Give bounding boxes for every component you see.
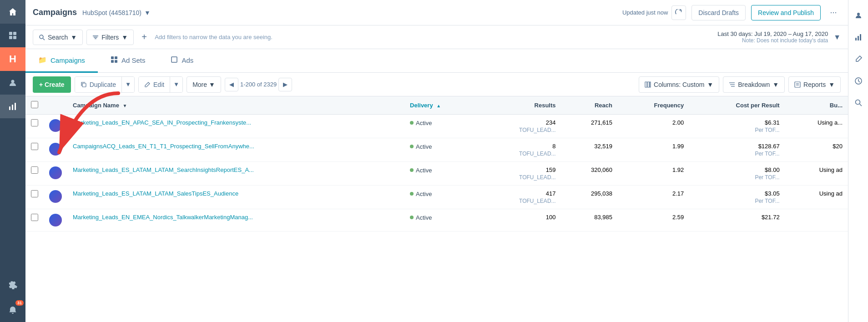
row-checkbox[interactable] — [31, 119, 38, 126]
date-range-selector[interactable]: Last 30 days: Jul 19, 2020 – Aug 17, 202… — [717, 30, 828, 44]
reach-cell: 320,060 — [561, 162, 618, 186]
campaign-name-link[interactable]: Marketing_Leads_ES_LATAM_LATAM_SalesTips… — [73, 190, 273, 197]
columns-button[interactable]: Columns: Custom ▼ — [639, 76, 719, 93]
campaign-icon-cell — [44, 209, 67, 231]
frequency-cell: 2.00 — [618, 115, 689, 138]
campaign-name-link[interactable]: CampaignsACQ_Leads_EN_T1_T1_Prospecting_… — [73, 143, 273, 150]
frequency-cell: 1.99 — [618, 138, 689, 162]
frequency-cell: 2.17 — [618, 186, 689, 209]
breakdown-button[interactable]: Breakdown ▼ — [723, 76, 785, 93]
account-selector[interactable]: HubSpot (44581710) ▼ — [82, 9, 151, 16]
sidebar-user-icon[interactable] — [848, 5, 868, 25]
delivery-sort-icon: ▲ — [436, 103, 441, 108]
edit-main-button[interactable]: Edit — [139, 76, 170, 93]
left-navigation: H 31 — [0, 0, 25, 322]
tab-ads[interactable]: Ads — [158, 49, 206, 73]
campaigns-table: Campaign Name ▼ Delivery ▲ Results Reach — [25, 96, 848, 231]
review-publish-button[interactable]: Review and Publish — [751, 5, 821, 20]
tab-campaigns[interactable]: 📁 Campaigns — [25, 49, 98, 73]
duplicate-main-button[interactable]: Duplicate — [75, 76, 121, 93]
row-checkbox[interactable] — [31, 214, 38, 221]
budget-cell: Using a... — [785, 115, 848, 138]
refresh-button[interactable] — [671, 5, 686, 20]
results-value: 8 — [483, 143, 555, 150]
nav-icon-apps[interactable] — [0, 24, 25, 47]
cost-sub: Per TOF... — [695, 127, 779, 133]
campaign-icon-cell — [44, 138, 67, 162]
add-filter-button[interactable]: + — [137, 30, 151, 44]
row-checkbox-cell[interactable] — [25, 138, 44, 162]
campaign-icon — [49, 190, 62, 203]
delivery-cell: Active — [404, 162, 478, 186]
cost-per-result-cell: $6.31 Per TOF... — [689, 115, 785, 138]
row-checkbox-cell[interactable] — [25, 209, 44, 231]
row-checkbox[interactable] — [31, 143, 38, 150]
cost-value: $8.00 — [695, 166, 779, 173]
svg-rect-31 — [860, 34, 861, 40]
svg-rect-13 — [111, 56, 114, 59]
discard-drafts-button[interactable]: Discard Drafts — [691, 5, 746, 20]
columns-label: Columns: Custom — [654, 81, 704, 88]
svg-rect-6 — [12, 105, 13, 110]
campaign-name-link[interactable]: Marketing_Leads_ES_LATAM_LATAM_SearchIns… — [73, 166, 273, 173]
campaign-icon — [49, 166, 62, 179]
nav-icon-home[interactable] — [0, 0, 25, 24]
reach-cell: 295,038 — [561, 186, 618, 209]
prev-page-button[interactable]: ◀ — [225, 78, 238, 91]
row-checkbox-cell[interactable] — [25, 162, 44, 186]
row-checkbox[interactable] — [31, 166, 38, 174]
more-options-button[interactable]: ··· — [826, 5, 841, 20]
sidebar-edit-icon[interactable] — [848, 49, 868, 69]
campaign-icon-cell — [44, 186, 67, 209]
row-checkbox-cell[interactable] — [25, 115, 44, 138]
topbar: Campaigns HubSpot (44581710) ▼ Updated j… — [25, 0, 848, 25]
filters-button[interactable]: Filters ▼ — [86, 30, 134, 45]
nav-icon-settings[interactable] — [0, 273, 25, 297]
nav-icon-ads[interactable] — [0, 95, 25, 118]
create-button[interactable]: + Create — [33, 76, 71, 93]
status-dot — [410, 121, 414, 125]
campaign-name-link[interactable]: Marketing_Leads_EN_APAC_SEA_IN_Prospecti… — [73, 119, 273, 126]
delivery-header[interactable]: Delivery ▲ — [404, 96, 478, 115]
date-range-note: Note: Does not include today's data — [717, 37, 828, 44]
tab-bar: 📁 Campaigns Ad Sets Ads — [25, 49, 848, 73]
sidebar-chart-icon[interactable] — [848, 27, 868, 47]
reach-cell: 83,985 — [561, 209, 618, 231]
nav-icon-contacts[interactable] — [0, 71, 25, 95]
cost-per-result-cell: $128.67 Per TOF... — [689, 138, 785, 162]
campaigns-icon: 📁 — [38, 56, 47, 64]
next-page-button[interactable]: ▶ — [278, 78, 292, 91]
table-row: Marketing_Leads_ES_LATAM_LATAM_SalesTips… — [25, 186, 848, 209]
tab-ad-sets[interactable]: Ad Sets — [98, 49, 158, 73]
row-checkbox[interactable] — [31, 190, 38, 197]
svg-rect-19 — [645, 82, 647, 87]
edit-dropdown-button[interactable]: ▼ — [170, 76, 182, 93]
search-button[interactable]: Search ▼ — [33, 30, 83, 45]
sidebar-search-icon[interactable] — [848, 93, 868, 113]
campaign-name-header[interactable]: Campaign Name ▼ — [67, 96, 404, 115]
campaign-name-cell: Marketing_Leads_EN_EMEA_Nordics_Talkwalk… — [67, 209, 404, 231]
reports-chevron-icon: ▼ — [828, 81, 835, 88]
main-content: Campaigns HubSpot (44581710) ▼ Updated j… — [25, 0, 848, 322]
select-all-checkbox[interactable] — [31, 101, 38, 108]
campaign-name-link[interactable]: Marketing_Leads_EN_EMEA_Nordics_Talkwalk… — [73, 214, 273, 221]
status-badge: Active — [410, 191, 432, 197]
sidebar-clock-icon[interactable] — [848, 71, 868, 91]
tab-adsets-label: Ad Sets — [121, 56, 146, 64]
search-label: Search — [48, 34, 68, 41]
more-button[interactable]: More ▼ — [187, 76, 221, 93]
results-header: Results — [478, 96, 561, 115]
duplicate-dropdown-button[interactable]: ▼ — [121, 76, 134, 93]
reports-button[interactable]: Reports ▼ — [788, 76, 841, 93]
filters-label: Filters — [101, 34, 119, 41]
nav-icon-notifications[interactable]: 31 — [0, 298, 25, 322]
select-all-header[interactable] — [25, 96, 44, 115]
nav-icon-hubspot[interactable]: H — [0, 47, 25, 71]
status-badge: Active — [410, 167, 432, 174]
campaign-icon — [49, 214, 62, 226]
svg-rect-2 — [9, 36, 12, 39]
reports-label: Reports — [803, 81, 826, 88]
svg-line-9 — [43, 38, 45, 40]
update-status: Updated just now — [622, 5, 686, 20]
row-checkbox-cell[interactable] — [25, 186, 44, 209]
